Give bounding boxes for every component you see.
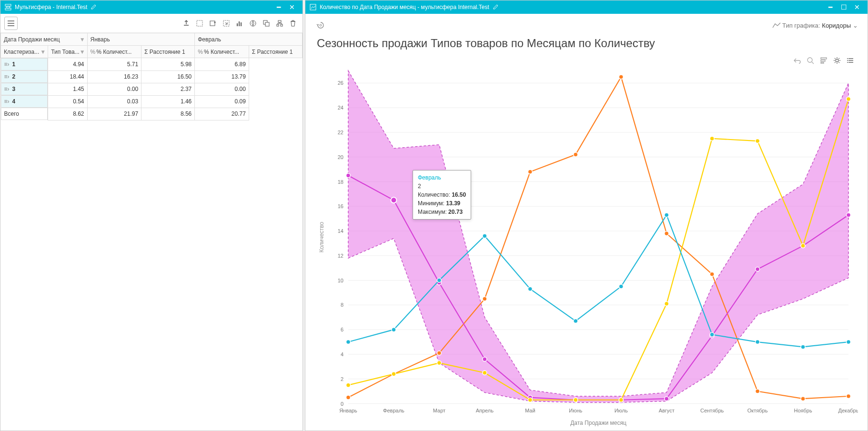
zoom-icon[interactable] xyxy=(806,56,815,65)
expand-icon[interactable]: ≡› xyxy=(4,61,10,68)
svg-point-113 xyxy=(756,139,760,143)
svg-point-88 xyxy=(710,272,714,276)
svg-point-36 xyxy=(847,60,848,61)
svg-point-117 xyxy=(392,328,396,332)
measure-header[interactable]: Σ Расстояние 1 xyxy=(141,46,195,58)
svg-point-108 xyxy=(528,398,532,402)
svg-rect-19 xyxy=(281,24,283,26)
svg-text:18: 18 xyxy=(338,179,343,185)
chart-mini-toolbar xyxy=(315,56,858,65)
svg-text:2: 2 xyxy=(341,376,343,382)
svg-point-121 xyxy=(574,319,578,323)
svg-line-27 xyxy=(812,62,814,64)
measure-header[interactable]: Σ Расстояние 1 xyxy=(249,46,302,58)
close-button[interactable]: ✕ xyxy=(285,0,299,14)
resize-icon[interactable] xyxy=(221,18,232,29)
edit-title-icon[interactable] xyxy=(493,4,499,11)
list-icon[interactable] xyxy=(846,56,855,65)
filter-icon[interactable]: ▼ xyxy=(40,49,46,55)
svg-point-111 xyxy=(665,301,669,306)
export-icon[interactable] xyxy=(181,18,192,29)
svg-point-37 xyxy=(847,62,848,63)
svg-point-92 xyxy=(346,173,351,178)
maximize-button[interactable]: ☐ xyxy=(837,0,850,14)
bars-icon[interactable] xyxy=(234,18,245,29)
minimize-button[interactable]: ━ xyxy=(272,0,285,14)
table-row[interactable]: ≡›4 0.540.031.460.09 xyxy=(1,95,303,108)
undo-icon[interactable] xyxy=(792,56,802,65)
table-row[interactable]: ≡›2 18.4416.2316.5013.79 xyxy=(1,70,303,83)
expand-icon[interactable]: ≡› xyxy=(4,73,10,80)
selection-icon[interactable] xyxy=(194,18,205,29)
svg-text:26: 26 xyxy=(338,80,343,86)
svg-point-114 xyxy=(801,244,805,248)
svg-rect-18 xyxy=(277,24,279,26)
compass-icon[interactable] xyxy=(247,18,259,29)
col-header-jan[interactable]: Январь xyxy=(87,33,195,46)
svg-point-26 xyxy=(807,58,812,62)
table-row[interactable]: ≡›1 4.945.715.986.89 xyxy=(1,58,303,71)
svg-point-109 xyxy=(574,398,578,402)
expand-icon[interactable]: ≡› xyxy=(4,98,10,105)
svg-text:Апрель: Апрель xyxy=(476,408,494,413)
table-row[interactable]: ≡›3 1.450.002.370.00 xyxy=(1,83,303,95)
svg-text:Сентябрь: Сентябрь xyxy=(700,408,724,413)
filter-icon[interactable]: ▼ xyxy=(80,49,85,55)
measure-header[interactable]: %% Количест... xyxy=(195,46,249,58)
dimension-add-icon[interactable] xyxy=(207,18,219,29)
minimize-button[interactable]: ━ xyxy=(824,0,837,14)
refresh-icon[interactable] xyxy=(315,20,326,31)
filter-icon[interactable]: ▼ xyxy=(80,36,85,43)
svg-point-25 xyxy=(320,24,322,26)
svg-point-105 xyxy=(392,372,396,376)
svg-point-86 xyxy=(619,75,623,79)
dim-header-type[interactable]: Тип Това...▼ xyxy=(48,46,87,58)
col-header-feb[interactable]: Февраль xyxy=(195,33,303,46)
svg-point-120 xyxy=(528,287,532,291)
svg-text:0: 0 xyxy=(341,401,343,407)
svg-rect-7 xyxy=(210,21,215,26)
chart-line-icon xyxy=(771,20,782,31)
svg-point-83 xyxy=(483,297,487,301)
chevron-down-icon[interactable]: ⌄ xyxy=(853,22,858,29)
svg-point-123 xyxy=(665,213,669,217)
expand-icon[interactable]: ≡› xyxy=(4,86,10,92)
hierarchy-icon[interactable] xyxy=(274,18,285,29)
save-config-icon[interactable] xyxy=(261,18,272,29)
svg-text:Июнь: Июнь xyxy=(569,408,582,413)
svg-rect-30 xyxy=(821,62,824,63)
svg-point-90 xyxy=(801,397,805,401)
svg-point-82 xyxy=(437,351,441,355)
chart-type-value[interactable]: Коридоры xyxy=(822,22,851,29)
svg-point-87 xyxy=(665,231,669,236)
svg-text:22: 22 xyxy=(338,130,343,135)
hamburger-button[interactable] xyxy=(4,17,18,30)
window-title-right: Количество по Дата Продажи месяц - мульт… xyxy=(320,4,489,10)
dim-header-month[interactable]: Дата Продажи месяц ▼ xyxy=(1,33,88,46)
trash-icon[interactable] xyxy=(287,18,299,29)
chart-plot[interactable]: 02468101214161820222426ЯнварьФевральМарт… xyxy=(315,65,858,428)
svg-point-126 xyxy=(801,345,805,349)
chart-tooltip: Февраль 2 Количество: 16.50 Минимум: 13.… xyxy=(413,170,471,220)
svg-point-127 xyxy=(847,340,851,344)
svg-rect-29 xyxy=(821,60,825,61)
chart-toolbar: Тип графика: Коридоры ⌄ xyxy=(315,18,858,33)
pivot-grid: Дата Продажи месяц ▼ Январь Февраль Клас… xyxy=(0,33,303,431)
close-button[interactable]: ✕ xyxy=(850,0,864,14)
svg-point-116 xyxy=(346,340,351,344)
edit-title-icon[interactable] xyxy=(91,4,97,11)
svg-rect-12 xyxy=(239,21,240,26)
svg-point-101 xyxy=(756,267,760,271)
measure-header[interactable]: %% Количест... xyxy=(87,46,141,58)
dim-header-cluster[interactable]: Кластериза...▼ xyxy=(1,46,48,58)
svg-text:Январь: Январь xyxy=(339,408,357,413)
svg-rect-13 xyxy=(241,22,242,26)
svg-text:16: 16 xyxy=(338,203,343,209)
gear-icon[interactable] xyxy=(832,56,842,65)
svg-text:8: 8 xyxy=(341,302,343,308)
svg-point-99 xyxy=(665,397,669,401)
percent-icon: % xyxy=(91,49,96,55)
sort-icon[interactable] xyxy=(819,56,828,65)
panel-chart: Количество по Дата Продажи месяц - мульт… xyxy=(305,0,868,431)
svg-point-125 xyxy=(756,340,760,344)
